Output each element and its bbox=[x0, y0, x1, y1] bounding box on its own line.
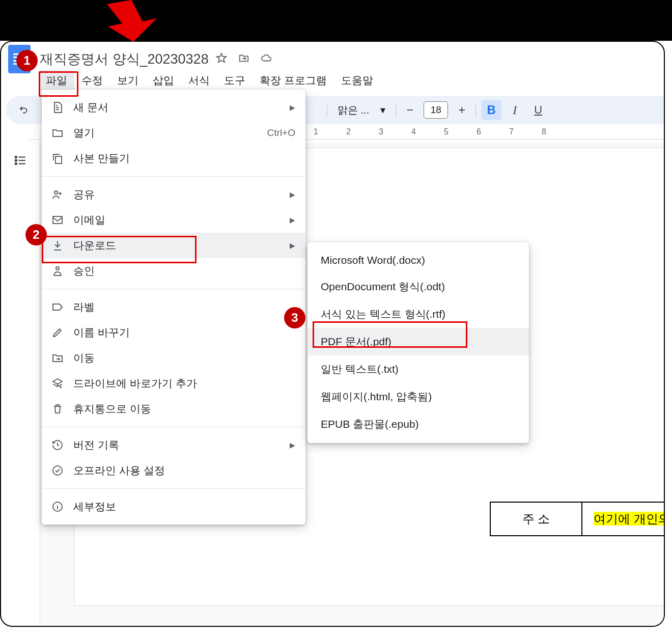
menu-item-label: 라벨 bbox=[73, 300, 295, 314]
menu-item-label: 오프라인 사용 설정 bbox=[73, 463, 295, 478]
menu-item-label: 다운로드 bbox=[73, 238, 281, 253]
menu-separator bbox=[42, 488, 305, 489]
menu-item-label: 세부정보 bbox=[73, 500, 295, 514]
submenu-item-rtf[interactable]: 서식 있는 텍스트 형식(.rtf) bbox=[307, 300, 529, 328]
menu-item-label: 드라이브에 바로가기 추가 bbox=[73, 376, 295, 391]
menu-tools[interactable]: 도구 bbox=[217, 70, 253, 91]
menu-item-label[interactable]: 라벨 bbox=[42, 294, 305, 320]
share-icon bbox=[51, 188, 64, 201]
annotation-badge-3: 3 bbox=[284, 307, 305, 328]
bold-button[interactable]: B bbox=[481, 100, 501, 120]
menu-extensions[interactable]: 확장 프로그램 bbox=[253, 70, 334, 91]
shortcut-label: Ctrl+O bbox=[267, 127, 295, 139]
menu-edit[interactable]: 수정 bbox=[74, 70, 110, 91]
menu-item-label: 휴지통으로 이동 bbox=[73, 402, 295, 416]
download-icon bbox=[51, 239, 64, 252]
ruler-tick: 6 bbox=[477, 127, 509, 136]
font-size-increase[interactable]: + bbox=[453, 101, 470, 119]
menu-item-label: 이름 바꾸기 bbox=[73, 325, 295, 340]
menu-separator bbox=[42, 289, 305, 289]
submenu-item-pdf[interactable]: PDF 문서(.pdf) bbox=[307, 328, 529, 355]
table-cell[interactable]: 여기에 개인의 bbox=[582, 502, 664, 536]
titlebar: 재직증명서 양식_20230328 bbox=[1, 42, 664, 70]
app-window: 재직증명서 양식_20230328 파일 수정 보기 삽입 서식 도구 확장 프… bbox=[0, 41, 665, 627]
move-folder-icon[interactable] bbox=[238, 52, 249, 66]
svg-point-12 bbox=[53, 466, 62, 475]
label-icon bbox=[51, 300, 64, 314]
font-size-decrease[interactable]: − bbox=[401, 101, 418, 119]
menu-item-details[interactable]: 세부정보 bbox=[42, 494, 305, 519]
menu-item-label: 이메일 bbox=[73, 213, 281, 227]
menu-item-label: 사본 만들기 bbox=[73, 151, 295, 166]
menu-separator bbox=[42, 176, 305, 177]
underline-button[interactable]: U bbox=[528, 103, 548, 117]
annotation-arrow-icon bbox=[92, 0, 171, 42]
submenu-item-html[interactable]: 웹페이지(.html, 압축됨) bbox=[307, 383, 529, 410]
folder-icon bbox=[51, 126, 64, 140]
cloud-status-icon[interactable] bbox=[261, 52, 272, 66]
undo-button[interactable] bbox=[13, 100, 34, 120]
menu-item-new[interactable]: 새 문서 ▶ bbox=[42, 95, 305, 120]
submenu-item-docx[interactable]: Microsoft Word(.docx) bbox=[307, 247, 529, 273]
menu-format[interactable]: 서식 bbox=[181, 70, 217, 91]
star-icon[interactable] bbox=[216, 52, 227, 66]
chevron-down-icon: ▾ bbox=[380, 104, 385, 116]
annotation-badge-1: 1 bbox=[16, 50, 38, 71]
add-shortcut-icon bbox=[51, 377, 64, 390]
ruler-tick: 8 bbox=[542, 127, 574, 136]
menu-item-approve[interactable]: 승인 bbox=[42, 258, 305, 284]
menu-insert[interactable]: 삽입 bbox=[146, 70, 181, 91]
font-size-input[interactable] bbox=[424, 101, 448, 119]
menu-item-move[interactable]: 이동 bbox=[42, 345, 305, 371]
menu-item-version-history[interactable]: 버전 기록 ▶ bbox=[42, 432, 305, 458]
table-row: 주 소 여기에 개인의 bbox=[490, 502, 664, 536]
menu-file[interactable]: 파일 bbox=[39, 70, 74, 91]
ruler-tick: 5 bbox=[444, 127, 477, 136]
menubar: 파일 수정 보기 삽입 서식 도구 확장 프로그램 도움말 bbox=[1, 70, 664, 91]
submenu-item-epub[interactable]: EPUB 출판물(.epub) bbox=[307, 410, 529, 438]
menu-item-open[interactable]: 열기 Ctrl+O bbox=[42, 120, 305, 146]
italic-button[interactable]: I bbox=[505, 103, 525, 117]
table-cell[interactable]: 주 소 bbox=[490, 502, 582, 536]
new-doc-icon bbox=[51, 101, 64, 114]
menu-item-share[interactable]: 공유 ▶ bbox=[42, 182, 305, 207]
info-icon bbox=[51, 500, 64, 513]
download-submenu: Microsoft Word(.docx) OpenDocument 형식(.o… bbox=[307, 242, 529, 443]
svg-point-9 bbox=[54, 191, 58, 194]
approve-icon bbox=[51, 264, 64, 278]
menu-item-download[interactable]: 다운로드 ▶ bbox=[42, 233, 305, 258]
svg-point-11 bbox=[56, 267, 59, 270]
highlighted-text: 여기에 개인의 bbox=[594, 512, 664, 526]
menu-separator bbox=[42, 427, 305, 427]
menu-item-label: 열기 bbox=[73, 126, 258, 140]
ruler-tick: 2 bbox=[346, 127, 379, 136]
toolbar-separator bbox=[396, 103, 396, 117]
font-size-control: − + bbox=[401, 101, 470, 119]
annotation-badge-2: 2 bbox=[25, 224, 47, 245]
toolbar-separator bbox=[327, 103, 327, 117]
ruler-tick: 3 bbox=[379, 127, 411, 136]
menu-item-offline[interactable]: 오프라인 사용 설정 bbox=[42, 458, 305, 483]
menu-item-add-shortcut[interactable]: 드라이브에 바로가기 추가 bbox=[42, 371, 305, 396]
document-title[interactable]: 재직증명서 양식_20230328 bbox=[40, 50, 209, 68]
menu-item-label: 버전 기록 bbox=[73, 438, 281, 452]
menu-item-make-copy[interactable]: 사본 만들기 bbox=[42, 146, 305, 171]
font-family-label: 맑은 ... bbox=[338, 103, 369, 117]
submenu-item-txt[interactable]: 일반 텍스트(.txt) bbox=[307, 355, 529, 383]
font-family-selector[interactable]: 맑은 ... ▾ bbox=[332, 103, 390, 117]
menu-item-rename[interactable]: 이름 바꾸기 bbox=[42, 320, 305, 345]
trash-icon bbox=[51, 402, 64, 416]
outline-toggle-button[interactable] bbox=[11, 151, 30, 170]
svg-point-6 bbox=[15, 163, 17, 164]
menu-item-email[interactable]: 이메일 ▶ bbox=[42, 207, 305, 233]
submenu-arrow-icon: ▶ bbox=[290, 190, 295, 199]
submenu-arrow-icon: ▶ bbox=[290, 216, 295, 224]
vertical-ruler[interactable] bbox=[29, 143, 40, 626]
menu-view[interactable]: 보기 bbox=[110, 70, 146, 91]
menu-item-trash[interactable]: 휴지통으로 이동 bbox=[42, 396, 305, 422]
submenu-item-odt[interactable]: OpenDocument 형식(.odt) bbox=[307, 273, 529, 300]
menu-item-label: 승인 bbox=[73, 264, 295, 278]
ruler-tick: 1 bbox=[314, 127, 346, 136]
menu-help[interactable]: 도움말 bbox=[334, 70, 380, 91]
svg-marker-1 bbox=[216, 53, 226, 62]
